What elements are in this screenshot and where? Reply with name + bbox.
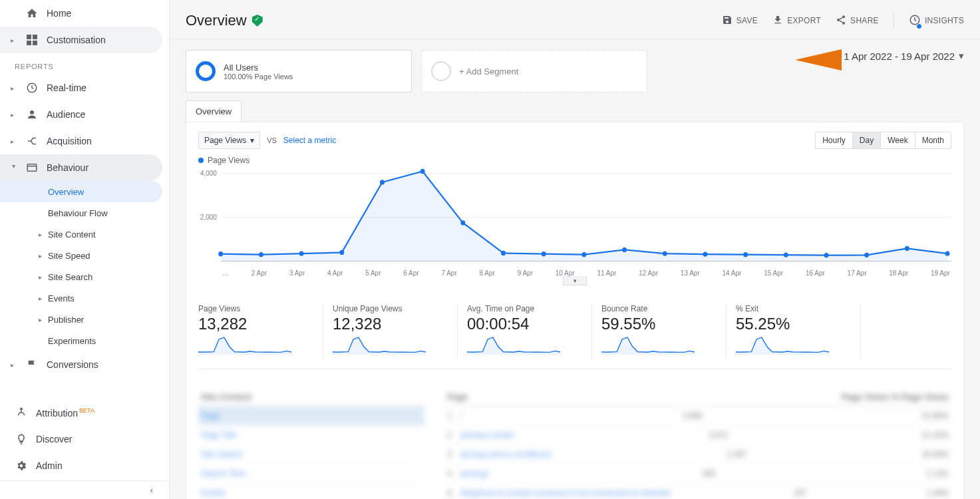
sub-behaviour-flow[interactable]: Behaviour Flow (0, 202, 169, 224)
collapse-sidebar-button[interactable]: ‹ (0, 480, 169, 499)
grain-month[interactable]: Month (915, 132, 951, 148)
caret-icon: ▸ (39, 273, 42, 281)
nav-audience[interactable]: ▸ Audience (0, 101, 169, 128)
date-range-label: 1 Apr 2022 - 19 Apr 2022 (844, 51, 955, 62)
caret-icon: ▸ (11, 37, 17, 44)
grain-week[interactable]: Week (881, 132, 915, 148)
bottom-nav: AttributionBETA Discover Admin (0, 399, 169, 479)
insights-button[interactable]: INSIGHTS (909, 14, 964, 28)
svg-point-4 (837, 19, 840, 21)
sub-site-speed[interactable]: ▸Site Speed (0, 245, 169, 266)
customisation-icon (25, 33, 39, 47)
svg-point-16 (380, 180, 385, 184)
summary-value: 00:00:54 (467, 315, 582, 333)
sub-site-content[interactable]: ▸Site Content (0, 224, 169, 245)
svg-point-27 (824, 253, 829, 257)
sub-overview[interactable]: Overview (0, 181, 162, 202)
svg-point-25 (743, 252, 748, 257)
svg-point-19 (501, 251, 506, 255)
add-segment-button[interactable]: + Add Segment (421, 50, 647, 92)
primary-metric-dropdown[interactable]: Page Views ▾ (198, 132, 260, 149)
summary-value: 59.55% (601, 315, 717, 333)
svg-point-12 (218, 251, 223, 256)
summary-cell[interactable]: % Exit 55.25% (736, 304, 861, 359)
nav-home-label: Home (47, 8, 71, 19)
sparkline (467, 336, 560, 355)
save-button[interactable]: SAVE (722, 15, 758, 27)
svg-rect-2 (27, 164, 37, 172)
nav-label: Conversions (47, 359, 98, 370)
sparkline (333, 336, 426, 355)
reports-header: REPORTS (0, 53, 169, 75)
nav-discover[interactable]: Discover (0, 426, 169, 452)
summary-label: Page Views (198, 304, 313, 313)
svg-point-22 (622, 248, 627, 252)
svg-text:2,000: 2,000 (200, 214, 217, 221)
segment-title: All Users (224, 63, 293, 73)
export-button[interactable]: EXPORT (772, 15, 821, 27)
summary-row: Page Views 13,282 Unique Page Views 12,3… (198, 304, 951, 369)
caret-icon: ▸ (11, 111, 17, 118)
nav-customisation-label: Customisation (47, 35, 106, 45)
nav-attribution[interactable]: AttributionBETA (0, 399, 169, 426)
svg-point-24 (703, 251, 707, 256)
nav-home[interactable]: Home (0, 0, 169, 27)
vs-label: VS (267, 136, 277, 144)
caret-icon: ▸ (11, 361, 17, 369)
nav-realtime[interactable]: ▸ Real-time (0, 75, 169, 101)
tab-overview[interactable]: Overview (186, 100, 242, 122)
sub-experiments[interactable]: Experiments (0, 330, 169, 351)
svg-point-5 (842, 21, 845, 24)
summary-cell[interactable]: Unique Page Views 12,328 (333, 304, 458, 359)
summary-cell[interactable]: Bounce Rate 59.55% (601, 304, 727, 359)
summary-cell[interactable]: Avg. Time on Page 00:00:54 (467, 304, 592, 359)
svg-point-18 (460, 220, 465, 225)
svg-point-28 (864, 253, 869, 257)
beta-badge: BETA (79, 407, 94, 414)
summary-label: Bounce Rate (601, 304, 717, 313)
legend-dot-icon (198, 158, 204, 163)
nav-acquisition[interactable]: ▸ Acquisition (0, 128, 169, 154)
sub-events[interactable]: ▸Events (0, 287, 169, 309)
svg-point-29 (905, 246, 909, 251)
nav-conversions[interactable]: ▸ Conversions (0, 351, 169, 378)
share-button[interactable]: SHARE (836, 15, 879, 27)
caret-icon: ▸ (39, 231, 42, 238)
person-icon (25, 108, 39, 121)
svg-point-23 (663, 251, 667, 255)
nav-customisation[interactable]: ▸ Customisation (0, 27, 162, 53)
segment-circle-icon (196, 61, 216, 81)
clock-icon (25, 81, 39, 94)
sub-publisher[interactable]: ▸Publisher (0, 309, 169, 330)
chart-legend: Page Views (198, 156, 951, 165)
save-icon (722, 15, 733, 27)
nav-label: Discover (36, 434, 72, 444)
chart-expand-toggle[interactable]: ▾ (563, 276, 587, 285)
svg-point-21 (581, 252, 586, 257)
nav-label: Real-time (47, 83, 86, 93)
svg-text:4,000: 4,000 (200, 170, 217, 177)
nav-admin[interactable]: Admin (0, 452, 169, 479)
add-segment-label: + Add Segment (459, 67, 518, 77)
select-secondary-metric[interactable]: Select a metric (283, 136, 336, 145)
nav-behaviour[interactable]: ▸ Behaviour (0, 154, 162, 181)
svg-point-14 (299, 251, 304, 255)
grain-hourly[interactable]: Hourly (816, 132, 853, 148)
segment-all-users[interactable]: All Users 100.00% Page Views (186, 50, 412, 92)
sub-site-search[interactable]: ▸Site Search (0, 266, 169, 287)
segment-row: All Users 100.00% Page Views + Add Segme… (186, 50, 964, 92)
chart[interactable]: 2,0004,000 (198, 166, 951, 269)
svg-point-26 (784, 252, 788, 257)
home-icon (25, 7, 39, 20)
behaviour-icon (25, 161, 39, 174)
segment-subtitle: 100.00% Page Views (224, 73, 293, 81)
header-bar: Overview SAVE EXPORT SHARE INSIGHTS (170, 0, 980, 39)
chevron-left-icon: ‹ (150, 485, 153, 495)
sparkline (736, 336, 829, 355)
date-range-picker[interactable]: 1 Apr 2022 - 19 Apr 2022 ▾ (844, 50, 964, 62)
empty-circle-icon (431, 61, 451, 81)
grain-day[interactable]: Day (853, 132, 881, 148)
summary-cell[interactable]: Page Views 13,282 (198, 304, 323, 359)
summary-label: Unique Page Views (333, 304, 448, 313)
header-actions: SAVE EXPORT SHARE INSIGHTS (722, 13, 964, 29)
